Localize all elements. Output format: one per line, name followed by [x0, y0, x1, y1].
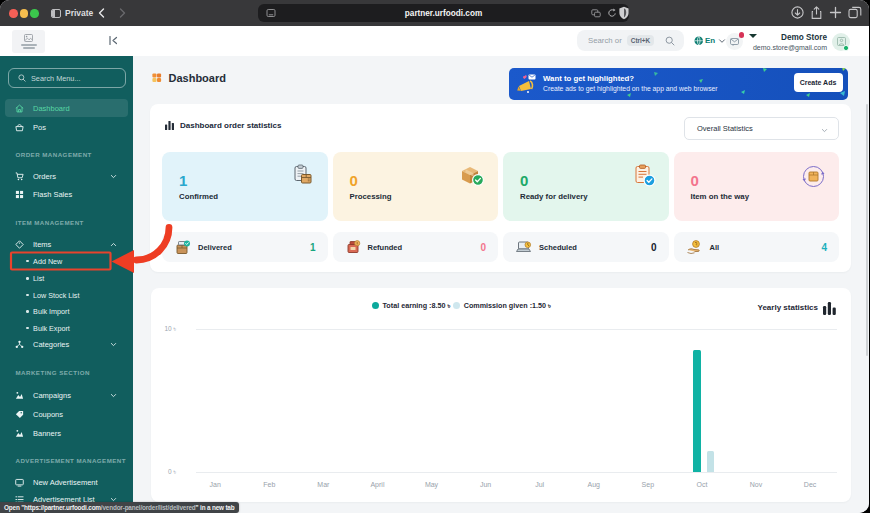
- sidebar-items-3-label: Flash Sales: [33, 190, 72, 199]
- language-selector[interactable]: En: [694, 36, 726, 46]
- browser-status-tooltip-suffix: " in a new tab: [196, 504, 235, 511]
- sidebar-subitem-bulk-import[interactable]: Bulk Import: [0, 304, 133, 320]
- search-icon[interactable]: [665, 36, 675, 46]
- chart-bar-commission-given: [707, 451, 714, 472]
- x-axis-month-label: Jun: [480, 481, 491, 488]
- refunded-icon: [345, 239, 361, 255]
- browser-window: Private partner.urfoodi.com: [0, 0, 869, 513]
- stat-row-refunded[interactable]: Refunded 0: [333, 232, 499, 262]
- statistics-filter-select[interactable]: Overall Statistics: [684, 117, 839, 140]
- language-label: En: [705, 36, 715, 45]
- main-stats-tiles-2-label: Ready for delivery: [520, 193, 588, 201]
- sidebar-subitem-list[interactable]: List: [0, 271, 133, 287]
- sidebar-item-subitems-1-label: List: [33, 274, 44, 283]
- browser-status-tooltip-path: /vendor-panel/order/list/delivered: [101, 504, 196, 511]
- sidebar-item-pos[interactable]: Pos: [5, 119, 128, 137]
- main-stats-tiles-3-value: 0: [691, 173, 699, 188]
- profile-caret-icon[interactable]: [749, 34, 757, 38]
- global-search-input[interactable]: Search or Ctrl+K: [577, 30, 684, 51]
- page-scrollbar-thumb[interactable]: [866, 104, 869, 356]
- bullet-icon: [26, 277, 29, 280]
- x-axis-month-label: Mar: [317, 481, 329, 488]
- main-page-title: Dashboard: [169, 72, 226, 84]
- chart-gridline: [196, 329, 837, 330]
- x-axis-month-label: Jul: [535, 481, 544, 488]
- processing-icon: [459, 164, 485, 188]
- sidebar-item-orders[interactable]: Orders: [5, 167, 128, 185]
- main-stats-rows-1-value: 0: [480, 242, 486, 253]
- tab-groups-icon[interactable]: [848, 6, 862, 19]
- order-statistics-card: Dashboard order statistics Overall Stati…: [150, 104, 851, 272]
- sidebar-subitem-bulk-export[interactable]: Bulk Export: [0, 320, 133, 336]
- chevron-down-icon: [110, 392, 117, 399]
- app-header: Search or Ctrl+K En D: [0, 26, 869, 56]
- store-logo[interactable]: [12, 30, 45, 53]
- search-placeholder: Search or: [588, 36, 622, 45]
- tab-overview-icon[interactable]: [591, 9, 601, 18]
- stat-tile-confirmed[interactable]: 1 Confirmed: [162, 152, 328, 221]
- minimize-window-button[interactable]: [20, 9, 29, 18]
- stat-tile-ready-for-delivery[interactable]: 0 Ready for delivery: [503, 152, 669, 221]
- sidebar-search-input[interactable]: Search Menu...: [8, 68, 126, 88]
- sidebar-item-new-advertisement[interactable]: New Advertisement: [5, 473, 128, 491]
- order-statistics-title: Dashboard order statistics: [180, 121, 281, 130]
- sidebar-section-item-management: ITEM MANAGEMENT: [16, 219, 84, 226]
- sidebar-subitem-low-stock-list[interactable]: Low Stock List: [0, 287, 133, 303]
- sidebar-toggle-icon[interactable]: [51, 9, 61, 18]
- legend-total-earning: Total earning :8.50 ৳: [372, 301, 450, 310]
- bar-chart-icon: [164, 120, 175, 131]
- sidebar-search-icon: [18, 74, 26, 82]
- address-bar[interactable]: partner.urfoodi.com: [258, 4, 629, 22]
- sidebar-item-coupons[interactable]: Coupons: [5, 405, 128, 423]
- main-stats-tiles-3-label: Item on the way: [691, 193, 750, 201]
- ads-banner: Want to get highlighted? Create ads to g…: [509, 68, 848, 100]
- search-shortcut-badge: Ctrl+K: [627, 35, 654, 46]
- sidebar-subitem-add-new[interactable]: Add New: [0, 253, 133, 269]
- sidebar-item-flash-sales[interactable]: Flash Sales: [5, 186, 128, 204]
- legend-commission-given: Commission given :1.50 ৳: [453, 301, 551, 310]
- stat-row-scheduled[interactable]: Scheduled 0: [503, 232, 669, 262]
- stat-tile-item-on-the-way[interactable]: 0 Item on the way: [674, 152, 840, 221]
- bullet-icon: [26, 310, 29, 313]
- sidebar-items-1-label: Pos: [33, 123, 46, 132]
- x-axis-month-label: Sep: [642, 481, 654, 488]
- main-stats-rows-2-label: Scheduled: [539, 243, 577, 252]
- link-preview-statusbar: Open "https://partner.urfoodi.com/vendor…: [0, 502, 239, 513]
- flash-sales-icon: [15, 190, 24, 199]
- downloads-icon[interactable]: [791, 6, 804, 19]
- sidebar-collapse-icon[interactable]: [108, 35, 119, 46]
- home-icon: [15, 104, 24, 113]
- sidebar-item-dashboard[interactable]: Dashboard: [5, 99, 128, 117]
- main-stats-rows-0-value: 1: [310, 242, 316, 253]
- privacy-shield-icon[interactable]: [618, 6, 630, 20]
- close-window-button[interactable]: [9, 9, 18, 18]
- sidebar-item-categories[interactable]: Categories: [5, 336, 128, 354]
- sidebar-items-6-label: Campaigns: [33, 391, 71, 400]
- yearly-statistics-icon: [822, 300, 837, 317]
- stat-row-all[interactable]: All 4: [674, 232, 840, 262]
- stat-row-delivered[interactable]: Delivered 1: [162, 232, 328, 262]
- banners-icon: [15, 429, 24, 438]
- chat-icon: [730, 38, 739, 46]
- all-orders-icon: [686, 239, 703, 255]
- sidebar-item-items[interactable]: Items: [5, 235, 128, 253]
- forward-button[interactable]: [116, 7, 128, 19]
- sidebar-item-banners[interactable]: Banners: [5, 424, 128, 442]
- campaigns-icon: [15, 391, 24, 400]
- back-button[interactable]: [96, 7, 108, 19]
- reload-icon[interactable]: [607, 8, 617, 18]
- stat-tile-processing[interactable]: 0 Processing: [333, 152, 499, 221]
- fullscreen-window-button[interactable]: [30, 9, 39, 18]
- new-tab-icon[interactable]: [829, 6, 842, 19]
- confirmed-icon: [291, 164, 315, 188]
- sidebar-items-2-label: Orders: [33, 172, 56, 181]
- main-stats-tiles-0-value: 1: [179, 173, 187, 188]
- sidebar-items-4-label: Items: [33, 240, 51, 249]
- sidebar-item-campaigns[interactable]: Campaigns: [5, 386, 128, 404]
- sidebar-items-0-label: Dashboard: [33, 104, 70, 113]
- select-chevron-icon: [821, 127, 828, 134]
- categories-icon: [15, 340, 24, 349]
- create-ads-button[interactable]: Create Ads: [794, 73, 843, 92]
- share-icon[interactable]: [810, 6, 823, 20]
- browser-status-tooltip-prefix: Open "https://partner.urfoodi.com: [4, 504, 101, 511]
